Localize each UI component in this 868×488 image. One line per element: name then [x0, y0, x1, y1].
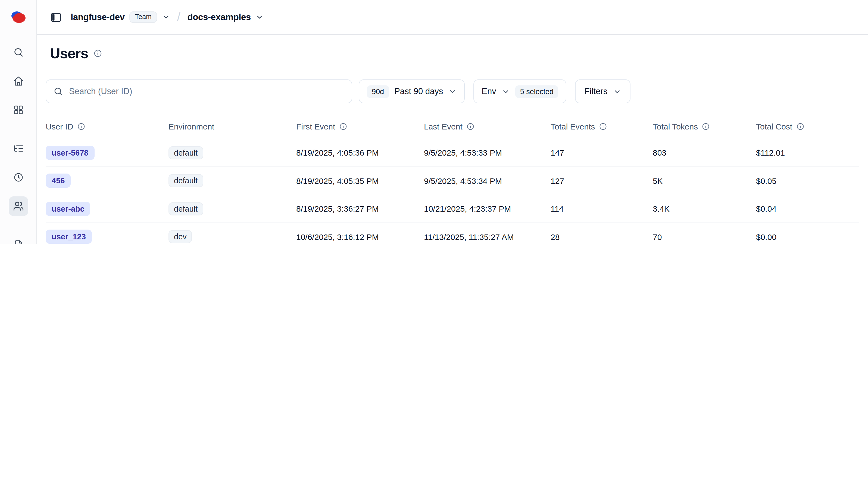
first-event-cell: 8/19/2025, 4:05:36 PM: [296, 148, 424, 157]
filters-label: Filters: [585, 86, 608, 96]
total-tokens-cell: 3.4K: [653, 204, 756, 213]
breadcrumb-project[interactable]: docs-examples: [187, 12, 251, 22]
last-event-cell: 9/5/2025, 4:53:34 PM: [424, 176, 551, 185]
info-icon[interactable]: [466, 122, 474, 131]
sidebar-toggle-button[interactable]: [48, 9, 64, 25]
chevron-down-icon: [502, 87, 510, 95]
sidebar-item-prompts[interactable]: [8, 235, 28, 244]
env-selected-badge: 5 selected: [515, 85, 558, 98]
sidebar-item-home[interactable]: [8, 71, 28, 91]
panel-left-icon: [50, 11, 62, 23]
user-id-badge[interactable]: 456: [45, 174, 71, 188]
app-root: langfuse-dev Team / docs-examples Users: [0, 0, 868, 244]
users-table: User ID Environment First Event Last Eve…: [37, 103, 868, 244]
total-cost-cell: $112.01: [756, 148, 859, 157]
breadcrumb-org[interactable]: langfuse-dev: [71, 12, 125, 22]
info-icon[interactable]: [77, 122, 85, 131]
total-events-cell: 114: [551, 204, 653, 213]
column-label: First Event: [296, 122, 335, 131]
first-event-cell: 10/6/2025, 3:16:12 PM: [296, 232, 424, 241]
column-header-total-tokens[interactable]: Total Tokens: [653, 122, 756, 131]
date-range-label: Past 90 days: [394, 86, 443, 96]
search-icon: [13, 47, 24, 58]
total-cost-cell: $0.04: [756, 204, 859, 213]
sidebar-item-tracing[interactable]: [8, 139, 28, 158]
sidebar-item-users[interactable]: [8, 196, 28, 216]
column-label: Last Event: [424, 122, 463, 131]
environment-badge: default: [168, 146, 203, 160]
total-tokens-cell: 5K: [653, 176, 756, 185]
total-tokens-cell: 803: [653, 148, 756, 157]
filters-button[interactable]: Filters: [575, 80, 630, 103]
table-body: user-5678 default 8/19/2025, 4:05:36 PM …: [45, 139, 859, 244]
home-icon: [13, 76, 24, 86]
first-event-cell: 8/19/2025, 3:36:27 PM: [296, 204, 424, 213]
sidebar-nav: [8, 35, 28, 244]
env-filter-button[interactable]: Env 5 selected: [473, 80, 567, 103]
first-event-cell: 8/19/2025, 4:05:35 PM: [296, 176, 424, 185]
total-events-cell: 147: [551, 148, 653, 157]
chevron-down-icon: [448, 87, 457, 95]
column-header-total-events[interactable]: Total Events: [551, 122, 653, 131]
info-icon[interactable]: [702, 122, 710, 131]
file-text-icon: [13, 239, 24, 244]
environment-badge: dev: [168, 230, 192, 243]
table-row: user-abc default 8/19/2025, 3:36:27 PM 1…: [45, 195, 859, 223]
users-icon: [13, 201, 24, 212]
sidebar-item-dashboard[interactable]: [8, 100, 28, 120]
org-switcher-button[interactable]: [162, 13, 170, 21]
sidebar-item-search[interactable]: [8, 42, 28, 62]
total-events-cell: 127: [551, 176, 653, 185]
last-event-cell: 10/21/2025, 4:23:37 PM: [424, 204, 551, 213]
main-area: langfuse-dev Team / docs-examples Users: [37, 0, 868, 244]
chevron-down-icon: [256, 13, 264, 21]
environment-badge: default: [168, 174, 203, 188]
user-id-badge[interactable]: user_123: [45, 230, 92, 244]
sidebar-item-sessions[interactable]: [8, 168, 28, 187]
info-icon: [94, 49, 102, 58]
env-filter-label: Env: [482, 86, 496, 96]
total-cost-cell: $0.00: [756, 232, 859, 241]
table-row: 456 default 8/19/2025, 4:05:35 PM 9/5/20…: [45, 167, 859, 195]
column-label: User ID: [45, 122, 73, 131]
date-range-badge: 90d: [367, 85, 389, 98]
langfuse-logo[interactable]: [0, 0, 36, 35]
total-events-cell: 28: [551, 232, 653, 241]
sidebar: [0, 0, 37, 244]
org-type-badge: Team: [130, 11, 157, 23]
page-header: Users: [37, 35, 868, 73]
chevron-down-icon: [162, 13, 170, 21]
info-icon[interactable]: [339, 122, 347, 131]
column-header-total-cost[interactable]: Total Cost: [756, 122, 859, 131]
info-icon[interactable]: [796, 122, 804, 131]
topbar: langfuse-dev Team / docs-examples: [37, 0, 868, 35]
column-header-environment[interactable]: Environment: [168, 122, 296, 131]
project-switcher-button[interactable]: [256, 13, 264, 21]
last-event-cell: 11/13/2025, 11:35:27 AM: [424, 232, 551, 241]
langfuse-logo-icon: [10, 10, 26, 25]
table-row: user-5678 default 8/19/2025, 4:05:36 PM …: [45, 139, 859, 167]
environment-badge: default: [168, 202, 203, 216]
last-event-cell: 9/5/2025, 4:53:33 PM: [424, 148, 551, 157]
column-label: Total Cost: [756, 122, 792, 131]
magnifier-icon: [53, 86, 63, 96]
column-header-first-event[interactable]: First Event: [296, 122, 424, 131]
column-header-last-event[interactable]: Last Event: [424, 122, 551, 131]
total-cost-cell: $0.05: [756, 176, 859, 185]
page-info-icon[interactable]: [94, 49, 102, 58]
toolbar: 90d Past 90 days Env 5 selected Filters: [37, 73, 868, 103]
table-header-row: User ID Environment First Event Last Eve…: [45, 114, 859, 139]
info-icon[interactable]: [599, 122, 607, 131]
column-label: Total Events: [551, 122, 595, 131]
user-id-badge[interactable]: user-abc: [45, 202, 91, 216]
user-id-badge[interactable]: user-5678: [45, 146, 94, 160]
date-range-button[interactable]: 90d Past 90 days: [359, 80, 465, 103]
search-box: [45, 80, 352, 103]
breadcrumb: langfuse-dev Team / docs-examples: [71, 10, 264, 24]
list-tree-icon: [13, 143, 24, 154]
breadcrumb-separator: /: [175, 10, 183, 23]
page-title: Users: [50, 45, 88, 62]
search-input[interactable]: [68, 86, 345, 97]
table-row: user_123 dev 10/6/2025, 3:16:12 PM 11/13…: [45, 223, 859, 244]
column-header-user-id[interactable]: User ID: [45, 122, 168, 131]
